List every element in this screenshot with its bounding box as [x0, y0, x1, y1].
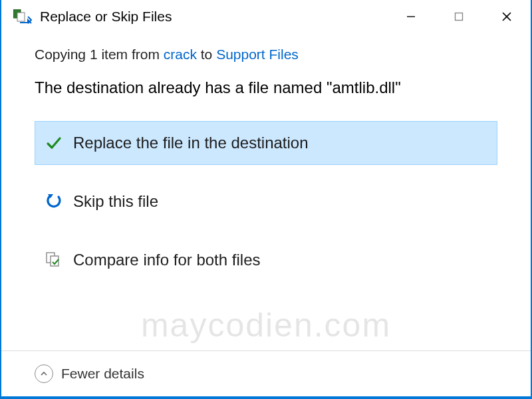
undo-arrow-icon: [44, 192, 64, 211]
minimize-button[interactable]: [387, 0, 435, 33]
replace-option[interactable]: Replace the file in the destination: [35, 121, 497, 165]
fewer-details-toggle[interactable]: Fewer details: [35, 364, 144, 383]
compare-label: Compare info for both files: [73, 251, 260, 269]
compare-files-icon: [44, 250, 64, 270]
window-title: Replace or Skip Files: [40, 9, 387, 25]
compare-option[interactable]: Compare info for both files: [35, 238, 497, 282]
source-link[interactable]: crack: [164, 47, 197, 62]
dialog-body: Copying 1 item from crack to Support Fil…: [1, 33, 531, 350]
svg-rect-1: [17, 13, 25, 21]
chevron-up-icon: [35, 364, 53, 383]
dest-link[interactable]: Support Files: [216, 47, 299, 62]
replace-or-skip-dialog: Replace or Skip Files Copying 1 item fro…: [1, 0, 531, 396]
replace-label: Replace the file in the destination: [73, 134, 309, 152]
skip-label: Skip this file: [73, 192, 158, 211]
titlebar: Replace or Skip Files: [1, 0, 531, 33]
skip-option[interactable]: Skip this file: [35, 180, 497, 223]
svg-rect-4: [456, 13, 463, 21]
copy-arrow-icon: [13, 9, 32, 24]
checkmark-icon: [44, 133, 64, 153]
conflict-message: The destination already has a file named…: [35, 78, 497, 97]
copy-mid: to: [197, 47, 216, 62]
options-list: Replace the file in the destination Skip…: [35, 121, 497, 282]
close-button[interactable]: [483, 0, 531, 33]
fewer-details-label: Fewer details: [61, 366, 144, 382]
maximize-button[interactable]: [435, 0, 483, 33]
window-controls: [387, 0, 531, 33]
dialog-footer: Fewer details: [1, 350, 531, 396]
copy-progress-text: Copying 1 item from crack to Support Fil…: [35, 47, 497, 63]
copy-prefix: Copying 1 item from: [35, 47, 164, 62]
